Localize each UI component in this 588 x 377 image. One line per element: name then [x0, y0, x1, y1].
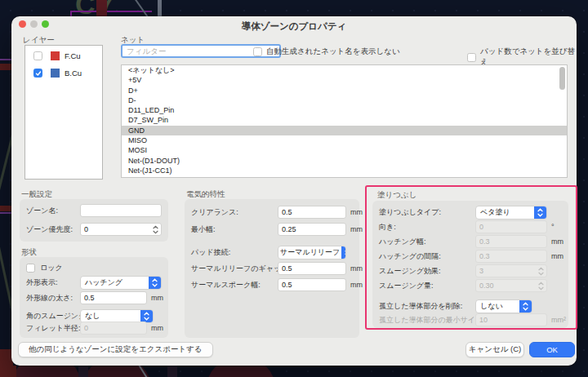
net-list-item[interactable]: D- [122, 95, 567, 105]
net-list-scrollbar[interactable] [559, 67, 565, 90]
layer-bcu-color-swatch [51, 69, 60, 78]
net-list-item[interactable]: <ネットなし> [122, 65, 567, 75]
pcb-trace-red [0, 366, 16, 377]
layer-bcu-label: B.Cu [65, 69, 82, 78]
chevron-updown-icon [140, 309, 153, 323]
outline-width-label: 外形線の太さ: [26, 293, 80, 304]
net-list[interactable]: <ネットなし> +5V D+ D- D11_LED_Pin D7_SW_Pin … [121, 64, 568, 178]
pcb-trace-red [96, 0, 107, 17]
corner-smoothing-label: 角のスムージング: [26, 311, 80, 322]
fill-type-label: 塗りつぶしタイプ: [379, 207, 475, 218]
ok-button[interactable]: OK [529, 342, 575, 357]
clearance-label: クリアランス: [191, 207, 278, 218]
sort-by-pads-checkbox[interactable] [467, 53, 476, 62]
stepper-updown-icon [537, 281, 545, 291]
net-list-item[interactable]: +5V [122, 75, 567, 85]
hatch-gap-label: ハッチングの間隔: [379, 251, 475, 262]
pad-connection-label: パッド接続: [191, 247, 278, 258]
stepper-updown-icon [537, 266, 545, 276]
outline-display-value: ハッチング [81, 277, 149, 288]
fill-group: 塗りつぶしタイプ: ベタ塗り 向き: ° ハッチング幅: mm ハッチングの間隔… [372, 201, 568, 328]
thermal-spoke-width-label: サーマルスポーク幅: [191, 280, 278, 291]
net-list-item[interactable]: MOSI [122, 145, 567, 155]
fillet-radius-unit: mm [151, 324, 163, 332]
layer-fcu-checkbox[interactable] [33, 51, 42, 60]
net-list-item[interactable]: D+ [122, 86, 567, 95]
layer-row-bcu[interactable]: B.Cu [25, 66, 102, 80]
hatch-width-input [475, 235, 547, 248]
island-min-size-label: 孤立した導体部分の最小サイズ: [379, 315, 475, 326]
zone-name-input[interactable] [80, 204, 162, 217]
check-icon [35, 70, 42, 77]
min-width-unit: mm [350, 225, 363, 233]
layer-fcu-label: F.Cu [65, 51, 81, 60]
cancel-button[interactable]: キャンセル (C) [466, 342, 524, 357]
layer-row-fcu[interactable]: F.Cu [25, 49, 102, 63]
thermal-spoke-width-input[interactable] [278, 278, 346, 291]
chevron-updown-icon [519, 299, 532, 313]
zone-name-label: ゾーン名: [26, 206, 80, 216]
stepper-updown-icon[interactable] [152, 224, 159, 234]
hatch-gap-input [475, 250, 547, 263]
layer-fcu-color-swatch [51, 51, 60, 60]
corner-smoothing-value: なし [81, 311, 140, 322]
fill-type-select[interactable]: ベタ塗り [475, 206, 547, 220]
fill-type-value: ベタ塗り [476, 207, 534, 218]
net-list-item[interactable]: Net-(J1-CC1) [122, 166, 567, 175]
pad-connection-select[interactable]: サーマルリリーフ [278, 246, 346, 259]
thermal-spoke-width-unit: mm [350, 281, 363, 289]
clearance-input[interactable] [278, 206, 346, 219]
hide-auto-nets-checkbox-row[interactable]: 自動生成されたネット名を表示しない [253, 47, 400, 57]
export-settings-button[interactable]: 他の同じようなゾーンに設定をエクスポートする [18, 342, 213, 357]
hatch-width-unit: mm [551, 237, 564, 246]
island-min-size-input [475, 313, 547, 326]
clearance-unit: mm [350, 208, 363, 216]
net-list-item[interactable]: Net-(D1-DOUT) [122, 156, 567, 166]
net-list-item-selected[interactable]: GND [122, 126, 567, 135]
remove-islands-value: しない [476, 301, 519, 312]
min-width-input[interactable] [278, 223, 346, 236]
outline-width-input[interactable] [80, 291, 147, 304]
fillet-radius-input [80, 322, 147, 335]
outline-display-select[interactable]: ハッチング [80, 276, 162, 290]
chevron-updown-icon [149, 276, 161, 290]
chevron-updown-icon [341, 246, 346, 259]
layer-list[interactable]: F.Cu B.Cu [24, 45, 103, 180]
corner-smoothing-select[interactable]: なし [80, 309, 154, 323]
net-list-item[interactable]: Net-(J1-CC2) [122, 175, 567, 178]
pad-connection-value: サーマルリリーフ [278, 247, 341, 258]
dialog-titlebar[interactable]: 導体ゾーンのプロパティ [11, 16, 577, 36]
hatch-gap-unit: mm [551, 252, 564, 260]
smoothing-amount-label: スムージング量: [379, 281, 475, 291]
thermal-relief-gap-unit: mm [350, 264, 363, 273]
zone-priority-input[interactable] [80, 223, 162, 236]
copper-zone-properties-dialog: 導体ゾーンのプロパティ レイヤー F.Cu B.Cu ネット 自動生成されたネッ… [11, 16, 577, 366]
electrical-group: クリアランス: mm 最小幅: mm パッド接続: サーマルリリーフ サーマルリ… [185, 199, 359, 338]
smoothing-amount-input [475, 279, 547, 292]
smoothing-effort-input [475, 264, 547, 277]
outline-display-label: 外形表示: [26, 277, 80, 288]
outline-width-unit: mm [151, 294, 163, 302]
pcb-trace-magenta [70, 11, 152, 12]
zone-priority-label: ゾーン優先度: [26, 224, 80, 235]
orientation-label: 向き: [379, 222, 475, 233]
pcb-trace-gray [158, 0, 162, 17]
thermal-relief-gap-input[interactable] [278, 262, 346, 275]
fillet-radius-label: フィレット半径: [26, 323, 80, 334]
dialog-title: 導体ゾーンのプロパティ [11, 20, 577, 33]
hide-auto-nets-checkbox[interactable] [253, 47, 262, 56]
lock-checkbox[interactable] [26, 264, 35, 273]
general-group: ゾーン名: ゾーン優先度: [20, 199, 168, 242]
hide-auto-nets-label: 自動生成されたネット名を表示しない [266, 47, 400, 57]
orientation-input [475, 220, 547, 233]
shape-group: ロック 外形表示: ハッチング 外形線の太さ: mm 角のスムージング: なし [20, 257, 168, 338]
min-width-label: 最小幅: [191, 224, 278, 235]
layer-bcu-checkbox[interactable] [33, 69, 42, 78]
net-list-item[interactable]: D11_LED_Pin [122, 105, 567, 115]
lock-label: ロック [40, 263, 63, 273]
remove-islands-select[interactable]: しない [475, 299, 532, 313]
hatch-width-label: ハッチング幅: [379, 237, 475, 247]
net-list-item[interactable]: MISO [122, 135, 567, 145]
island-min-size-unit: mm² [551, 316, 566, 324]
net-list-item[interactable]: D7_SW_Pin [122, 115, 567, 125]
